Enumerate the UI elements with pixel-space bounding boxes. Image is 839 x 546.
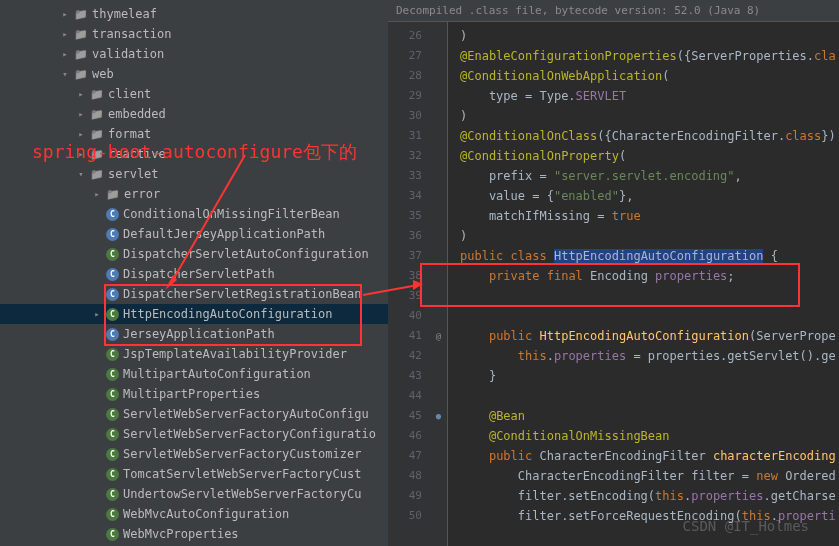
tree-item-label: client: [108, 87, 151, 101]
tree-item-reactive[interactable]: ▸reactive: [0, 144, 388, 164]
line-number: 44: [388, 386, 422, 406]
folder-icon: [90, 107, 104, 121]
tree-item-label: format: [108, 127, 151, 141]
tree-item-validation[interactable]: ▸validation: [0, 44, 388, 64]
code-line[interactable]: this.properties = properties.getServlet(…: [460, 346, 839, 366]
tree-item-label: ConditionalOnMissingFilterBean: [123, 207, 340, 221]
chevron-right-icon[interactable]: ▸: [76, 129, 86, 139]
code-line[interactable]: @ConditionalOnWebApplication(: [460, 66, 839, 86]
chevron-right-icon[interactable]: ▸: [60, 49, 70, 59]
code-editor[interactable]: Decompiled .class file, bytecode version…: [388, 0, 839, 546]
tree-item-servletwebserverfactoryconfigu[interactable]: ServletWebServerFactoryConfiguratio: [0, 424, 388, 444]
tree-item-defaultjerseyapplicationpath[interactable]: DefaultJerseyApplicationPath: [0, 224, 388, 244]
tree-item-label: thymeleaf: [92, 7, 157, 21]
chevron-right-icon[interactable]: ▸: [76, 89, 86, 99]
tree-item-label: HttpEncodingAutoConfiguration: [123, 307, 333, 321]
line-number-gutter: 2627282930313233343536373839404142434445…: [388, 22, 430, 546]
chevron-right-icon[interactable]: ▸: [60, 9, 70, 19]
code-line[interactable]: prefix = "server.servlet.encoding",: [460, 166, 839, 186]
code-line[interactable]: [460, 306, 839, 326]
line-number: 36: [388, 226, 422, 246]
chevron-right-icon[interactable]: ▸: [76, 149, 86, 159]
code-line[interactable]: [460, 386, 839, 406]
tree-item-error[interactable]: ▸error: [0, 184, 388, 204]
chevron-down-icon[interactable]: ▾: [76, 169, 86, 179]
class-icon: [106, 348, 119, 361]
class-icon: [106, 528, 119, 541]
code-line[interactable]: @ConditionalOnClass({CharacterEncodingFi…: [460, 126, 839, 146]
code-line[interactable]: @EnableConfigurationProperties({ServerPr…: [460, 46, 839, 66]
class-icon: [106, 428, 119, 441]
code-line[interactable]: filter.setEncoding(this.properties.getCh…: [460, 486, 839, 506]
chevron-down-icon[interactable]: ▾: [60, 69, 70, 79]
line-number: 26: [388, 26, 422, 46]
chevron-right-icon[interactable]: ▸: [92, 309, 102, 319]
line-number: 34: [388, 186, 422, 206]
code-line[interactable]: ): [460, 226, 839, 246]
code-line[interactable]: CharacterEncodingFilter filter = new Ord…: [460, 466, 839, 486]
gutter-marker: [430, 526, 447, 546]
code-line[interactable]: @Bean: [460, 406, 839, 426]
gutter-marker: [430, 506, 447, 526]
gutter-marker: [430, 226, 447, 246]
tree-item-tomcatservletwebserverfactoryc[interactable]: TomcatServletWebServerFactoryCust: [0, 464, 388, 484]
tree-item-format[interactable]: ▸format: [0, 124, 388, 144]
tree-item-label: ServletWebServerFactoryAutoConfigu: [123, 407, 369, 421]
code-content[interactable]: )@EnableConfigurationProperties({ServerP…: [448, 22, 839, 546]
tree-item-label: DispatcherServletAutoConfiguration: [123, 247, 369, 261]
project-tree-panel[interactable]: ▸thymeleaf▸transaction▸validation▾web▸cl…: [0, 0, 388, 546]
tree-item-label: reactive: [108, 147, 166, 161]
tree-item-jsptemplateavailabilityprovide[interactable]: JspTemplateAvailabilityProvider: [0, 344, 388, 364]
class-icon: [106, 308, 119, 321]
code-line[interactable]: public class HttpEncodingAutoConfigurati…: [460, 246, 839, 266]
tree-item-label: transaction: [92, 27, 171, 41]
tree-item-servletwebserverfactorycustomi[interactable]: ServletWebServerFactoryCustomizer: [0, 444, 388, 464]
code-line[interactable]: ): [460, 106, 839, 126]
line-number: 30: [388, 106, 422, 126]
chevron-right-icon[interactable]: ▸: [92, 189, 102, 199]
code-line[interactable]: }: [460, 366, 839, 386]
tree-item-label: JerseyApplicationPath: [123, 327, 275, 341]
chevron-right-icon[interactable]: ▸: [60, 29, 70, 39]
tree-item-webmvcproperties[interactable]: WebMvcProperties: [0, 524, 388, 544]
tree-item-client[interactable]: ▸client: [0, 84, 388, 104]
code-line[interactable]: public HttpEncodingAutoConfiguration(Ser…: [460, 326, 839, 346]
tree-item-conditionalonmissingfilterbean[interactable]: ConditionalOnMissingFilterBean: [0, 204, 388, 224]
tree-item-thymeleaf[interactable]: ▸thymeleaf: [0, 4, 388, 24]
tree-item-undertowservletwebserverfactor[interactable]: UndertowServletWebServerFactoryCu: [0, 484, 388, 504]
code-line[interactable]: @ConditionalOnProperty(: [460, 146, 839, 166]
line-number: 32: [388, 146, 422, 166]
code-line[interactable]: ): [460, 26, 839, 46]
tree-item-dispatcherservletautoconfigura[interactable]: DispatcherServletAutoConfiguration: [0, 244, 388, 264]
gutter-markers: @●: [430, 22, 448, 546]
tree-item-dispatcherservletpath[interactable]: DispatcherServletPath: [0, 264, 388, 284]
code-line[interactable]: filter.setForceRequestEncoding(this.prop…: [460, 506, 839, 526]
code-line[interactable]: @ConditionalOnMissingBean: [460, 426, 839, 446]
gutter-marker: [430, 46, 447, 66]
code-line[interactable]: public CharacterEncodingFilter character…: [460, 446, 839, 466]
tree-item-dispatcherservletregistrationb[interactable]: DispatcherServletRegistrationBean: [0, 284, 388, 304]
tree-item-transaction[interactable]: ▸transaction: [0, 24, 388, 44]
code-line[interactable]: private final Encoding properties;: [460, 266, 839, 286]
gutter-marker: ●: [430, 406, 447, 426]
class-icon: [106, 208, 119, 221]
project-tree[interactable]: ▸thymeleaf▸transaction▸validation▾web▸cl…: [0, 0, 388, 544]
class-icon: [106, 468, 119, 481]
tree-item-embedded[interactable]: ▸embedded: [0, 104, 388, 124]
code-line[interactable]: [460, 286, 839, 306]
chevron-right-icon[interactable]: ▸: [76, 109, 86, 119]
tree-item-httpencodingautoconfiguration[interactable]: ▸HttpEncodingAutoConfiguration: [0, 304, 388, 324]
code-line[interactable]: value = {"enabled"},: [460, 186, 839, 206]
tree-item-web[interactable]: ▾web: [0, 64, 388, 84]
tree-item-multipartautoconfiguration[interactable]: MultipartAutoConfiguration: [0, 364, 388, 384]
tree-item-servlet[interactable]: ▾servlet: [0, 164, 388, 184]
code-line[interactable]: [460, 526, 839, 546]
tree-item-jerseyapplicationpath[interactable]: JerseyApplicationPath: [0, 324, 388, 344]
tree-item-servletwebserverfactoryautocon[interactable]: ServletWebServerFactoryAutoConfigu: [0, 404, 388, 424]
line-number: 41: [388, 326, 422, 346]
tree-item-webmvcautoconfiguration[interactable]: WebMvcAutoConfiguration: [0, 504, 388, 524]
tree-item-multipartproperties[interactable]: MultipartProperties: [0, 384, 388, 404]
code-line[interactable]: matchIfMissing = true: [460, 206, 839, 226]
folder-icon: [74, 67, 88, 81]
code-line[interactable]: type = Type.SERVLET: [460, 86, 839, 106]
